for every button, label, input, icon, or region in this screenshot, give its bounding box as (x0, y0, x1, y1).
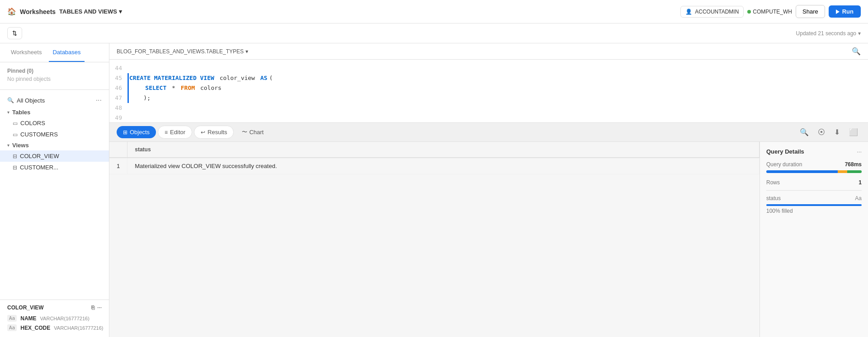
progress-green-segment (847, 170, 862, 173)
views-chevron-icon: ▾ (7, 143, 9, 148)
account-admin-label: ACCOUNTADMIN (695, 9, 739, 15)
account-badge[interactable]: 👤 ACCOUNTADMIN (680, 6, 744, 18)
search-results-button[interactable]: 🔍 (797, 126, 811, 138)
row-num-1: 1 (109, 158, 127, 174)
plain-star: * (168, 83, 179, 93)
share-button[interactable]: Share (796, 5, 825, 18)
sidebar-tabs: Worksheets Databases (0, 43, 109, 62)
qd-divider (766, 190, 862, 191)
footer-copy-icon[interactable]: ⎘ (91, 304, 94, 311)
qd-status-header-row: status Aa (766, 195, 862, 201)
sidebar-item-color-view[interactable]: ⊟ COLOR_VIEW (0, 150, 109, 162)
top-nav-left: 🏠 Worksheets TABLES AND VIEWS ▾ (7, 7, 122, 16)
sidebar-footer: COLOR_VIEW ⎘ ··· Aa NAME VARCHAR(1677721… (0, 300, 109, 337)
color-view-label: COLOR_VIEW (20, 153, 59, 159)
second-bar: ⇅ Updated 21 seconds ago ▾ (0, 23, 868, 43)
progress-blue-segment (766, 170, 838, 173)
plain-colors: colors (197, 83, 222, 93)
qd-more-icon[interactable]: ··· (857, 148, 862, 155)
account-icon: 👤 (685, 9, 692, 15)
name-col-type: VARCHAR(16777216) (40, 316, 90, 321)
updated-chevron: ▾ (858, 30, 861, 37)
kw-select: SELECT (145, 83, 166, 93)
results-label: Results (208, 129, 227, 136)
top-nav: 🏠 Worksheets TABLES AND VIEWS ▾ 👤 ACCOUN… (0, 0, 868, 23)
filter-button[interactable]: ⇅ (7, 27, 22, 39)
colors-label: COLORS (20, 120, 45, 126)
all-objects-label: 🔍 All Objects (7, 97, 45, 104)
kw-as: AS (260, 73, 268, 83)
line-num-44: 44 (115, 63, 122, 73)
tab-databases[interactable]: Databases (49, 43, 84, 62)
tabs-bar: ⊞ Objects ≡ Editor ↩ Results 〜 Chart 🔍 ⦿… (109, 123, 868, 142)
line-num-47: 47 (115, 93, 122, 103)
code-line-44 (127, 63, 868, 73)
name-col-name: NAME (20, 315, 36, 322)
customer-view-label: CUSTOMER... (20, 164, 58, 171)
compute-badge[interactable]: COMPUTE_WH (747, 9, 792, 15)
qd-status-label: status (766, 195, 781, 201)
footer-more-icon[interactable]: ··· (97, 304, 102, 311)
status-cell: Materialized view COLOR_VIEW successfull… (127, 158, 760, 174)
objects-icon: ⊞ (123, 129, 127, 136)
green-dot-icon (747, 10, 751, 14)
views-group[interactable]: ▾ Views (0, 140, 109, 150)
tables-chevron-icon: ▾ (7, 110, 9, 115)
tables-group[interactable]: ▾ Tables (0, 107, 109, 117)
plain-indent (129, 83, 143, 93)
objects-label: Objects (130, 129, 150, 136)
all-objects-row[interactable]: 🔍 All Objects ··· (0, 94, 109, 107)
all-objects-more-icon[interactable]: ··· (96, 96, 102, 104)
column-row-name: Aa NAME VARCHAR(16777216) (7, 314, 102, 323)
tab-results[interactable]: ↩ Results (194, 126, 234, 139)
tables-views-label: TABLES AND VIEWS (59, 8, 117, 15)
qd-duration-bar (766, 170, 862, 173)
tab-chart[interactable]: 〜 Chart (236, 126, 270, 139)
columns-button[interactable]: ⦿ (815, 126, 828, 138)
sidebar-item-customers[interactable]: ▭ CUSTOMERS (0, 129, 109, 140)
line-num-49: 49 (115, 113, 122, 123)
breadcrumb-text: BLOG_FOR_TABLES_AND_VIEWS.TABLE_TYPES (117, 48, 244, 55)
tables-views-dropdown[interactable]: TABLES AND VIEWS ▾ (59, 8, 122, 15)
table-icon-colors: ▭ (13, 120, 18, 126)
line-num-46: 46 (115, 83, 122, 93)
tab-editor[interactable]: ≡ Editor (158, 126, 192, 139)
pinned-section: Pinned (0) No pinned objects (0, 68, 109, 86)
all-objects-search-icon: 🔍 (7, 97, 14, 103)
expand-button[interactable]: ⬜ (846, 126, 861, 138)
updated-label: Updated 21 seconds ago (796, 30, 856, 37)
view-icon-customer-view: ⊟ (13, 164, 17, 171)
footer-view-name: COLOR_VIEW (7, 304, 44, 311)
column-row-hex-code: Aa HEX_CODE VARCHAR(16777216) (7, 323, 102, 332)
row-number-header (109, 142, 127, 158)
run-button[interactable]: Run (829, 5, 861, 18)
code-editor[interactable]: 44 45 46 47 48 49 CREATE MATERIALIZED VI… (109, 60, 868, 123)
filled-bar (766, 204, 862, 206)
name-type-badge: Aa (7, 315, 17, 322)
hexcode-col-type: VARCHAR(16777216) (54, 325, 103, 331)
sidebar-item-customer-view[interactable]: ⊟ CUSTOMER... (0, 162, 109, 173)
results-table-wrap[interactable]: status 1 Materialized view COLOR_VIEW su… (109, 142, 760, 337)
download-button[interactable]: ⬇ (831, 126, 843, 138)
compute-wh-label: COMPUTE_WH (753, 9, 792, 15)
line-numbers: 44 45 46 47 48 49 (109, 60, 127, 122)
db-breadcrumb[interactable]: BLOG_FOR_TABLES_AND_VIEWS.TABLE_TYPES ▾ (117, 48, 248, 55)
main-layout: Worksheets Databases Pinned (0) No pinne… (0, 43, 868, 337)
code-line-49 (127, 113, 868, 123)
worksheets-breadcrumb[interactable]: Worksheets (20, 8, 56, 15)
results-table: status 1 Materialized view COLOR_VIEW su… (109, 142, 760, 174)
sidebar: Worksheets Databases Pinned (0) No pinne… (0, 43, 109, 337)
code-line-46: SELECT * FROM colors (127, 83, 868, 93)
sidebar-item-colors[interactable]: ▭ COLORS (0, 117, 109, 129)
tab-objects[interactable]: ⊞ Objects (117, 126, 156, 138)
line-num-48: 48 (115, 103, 122, 113)
qd-duration-value: 768ms (845, 161, 862, 168)
home-icon[interactable]: 🏠 (7, 7, 16, 16)
tables-group-label: Tables (12, 109, 30, 116)
all-objects-text: All Objects (17, 97, 45, 104)
run-label: Run (842, 8, 854, 15)
footer-title-actions: ⎘ ··· (91, 304, 102, 311)
tab-worksheets[interactable]: Worksheets (7, 43, 45, 62)
query-details-panel: Query Details ··· Query duration 768ms R… (760, 142, 868, 337)
search-button[interactable]: 🔍 (852, 47, 861, 56)
